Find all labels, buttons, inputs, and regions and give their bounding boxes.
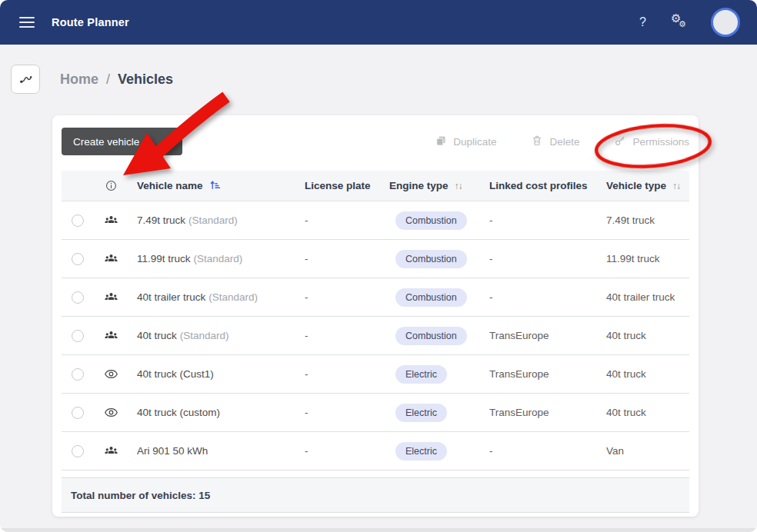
license-plate-value: - [300,445,385,457]
sort-updown-icon[interactable]: ↑↓ [672,181,680,191]
engine-type-badge: Combustion [395,327,467,345]
engine-type-badge: Electric [395,404,447,422]
group-icon [94,213,128,228]
vehicle-type-value: 40t truck [602,368,689,380]
row-select-radio[interactable] [72,368,84,381]
breadcrumb: Home / Vehicles [60,71,173,88]
group-icon [94,290,128,304]
eye-icon [94,367,128,381]
linked-cost-profiles-value: TransEurope [485,407,602,418]
vehicle-name-suffix: (Standard) [208,291,258,303]
key-icon [614,135,626,149]
column-header-engine-type[interactable]: Engine type ↑↓ [385,180,485,191]
breadcrumb-home[interactable]: Home [60,71,98,88]
vehicle-type-value: 7.49t truck [602,214,689,226]
trash-icon [531,135,543,149]
app-title: Route Planner [52,16,129,28]
table-row[interactable]: 40t truck (custom)-ElectricTransEurope40… [62,394,689,432]
license-plate-value: - [300,368,385,380]
hamburger-menu-icon[interactable] [19,17,35,28]
vehicle-name: 7.49t truck [137,214,185,226]
linked-cost-profiles-value: - [485,291,602,303]
vehicle-name: 40t truck (custom) [137,407,220,418]
duplicate-icon [435,135,447,149]
linked-cost-profiles-value: - [485,253,602,264]
engine-type-badge: Combustion [395,250,467,268]
breadcrumb-separator: / [106,71,110,88]
permissions-button[interactable]: Permissions [614,135,689,149]
vehicle-name: 40t trailer truck [137,291,205,303]
top-navigation-bar: Route Planner ? ⚙ ⚙ [0,0,757,45]
table-row[interactable]: 40t truck (Cust1)-ElectricTransEurope40t… [62,355,689,394]
group-icon [94,444,128,458]
total-vehicles-label: Total number of vehicles: 15 [71,490,210,501]
linked-cost-profiles-value: - [485,214,602,226]
user-avatar[interactable] [711,8,740,37]
row-select-radio[interactable] [72,253,84,265]
breadcrumb-row: Home / Vehicles [0,45,757,94]
engine-type-badge: Electric [395,442,447,461]
engine-type-badge: Combustion [395,211,467,230]
engine-type-badge: Combustion [395,288,467,307]
vehicle-name: 40t truck (Cust1) [137,368,214,380]
table-row[interactable]: Ari 901 50 kWh-Electric-Van [62,432,689,470]
column-header-vehicle-name[interactable]: Vehicle name [128,179,300,193]
row-select-radio[interactable] [72,291,84,304]
vehicle-type-value: 11.99t truck [602,253,689,264]
row-select-radio[interactable] [72,330,84,342]
vehicles-card: Create vehicle ▾ Duplicate [52,115,699,517]
info-column-icon[interactable] [94,179,128,192]
group-icon [94,251,128,266]
table-row[interactable]: 40t trailer truck(Standard)-Combustion-4… [62,278,689,317]
vehicle-type-value: Van [602,445,689,457]
license-plate-value: - [300,330,385,341]
license-plate-value: - [300,214,385,226]
license-plate-value: - [300,291,385,303]
row-select-radio[interactable] [72,445,84,457]
linked-cost-profiles-value: TransEurope [485,368,602,380]
column-header-linked-cost-profiles: Linked cost profiles [485,180,602,191]
create-vehicle-label: Create vehicle [73,136,139,148]
route-sidebar-button[interactable] [11,65,40,94]
table-footer: Total number of vehicles: 15 [62,477,689,513]
table-row[interactable]: 40t truck(Standard)-CombustionTransEurop… [62,317,689,355]
table-body: 7.49t truck(Standard)-Combustion-7.49t t… [62,201,689,470]
column-header-vehicle-type[interactable]: Vehicle type ↑↓ [602,180,689,191]
linked-cost-profiles-value: - [485,445,602,457]
sort-updown-icon[interactable]: ↑↓ [455,181,462,191]
create-vehicle-button[interactable]: Create vehicle ▾ [62,128,182,155]
vehicle-name: 40t truck [137,330,177,341]
vehicle-type-value: 40t truck [602,330,689,341]
app-window: Route Planner ? ⚙ ⚙ Home / Vehicles [0,0,757,532]
table-row[interactable]: 11.99t truck(Standard)-Combustion-11.99t… [62,240,689,278]
vehicle-name: Ari 901 50 kWh [137,445,208,457]
vehicle-name-suffix: (Standard) [180,330,229,341]
row-select-radio[interactable] [72,407,84,419]
vehicle-name: 11.99t truck [137,253,191,264]
delete-button[interactable]: Delete [531,135,579,149]
settings-gears-icon[interactable]: ⚙ ⚙ [671,12,689,32]
vehicle-name-suffix: (Standard) [188,214,238,226]
breadcrumb-current: Vehicles [118,71,173,88]
vehicle-type-value: 40t trailer truck [602,291,689,303]
route-icon [18,70,33,88]
row-select-radio[interactable] [72,214,84,227]
license-plate-value: - [300,253,385,264]
sort-ascending-icon[interactable] [209,179,221,193]
help-icon[interactable]: ? [639,15,646,29]
vehicle-name-suffix: (Standard) [194,253,243,264]
column-header-license-plate: License plate [300,180,385,191]
eye-icon [94,405,128,420]
window-bottom-edge [0,528,757,532]
toolbar: Create vehicle ▾ Duplicate [62,128,689,155]
linked-cost-profiles-value: TransEurope [485,330,602,341]
duplicate-button[interactable]: Duplicate [435,135,496,149]
group-icon [94,328,128,343]
table-row[interactable]: 7.49t truck(Standard)-Combustion-7.49t t… [62,201,689,240]
table-header: Vehicle name License plate [62,171,689,201]
license-plate-value: - [300,407,385,418]
vehicle-type-value: 40t truck [602,407,689,418]
chevron-down-icon: ▾ [167,138,171,146]
engine-type-badge: Electric [395,365,447,384]
